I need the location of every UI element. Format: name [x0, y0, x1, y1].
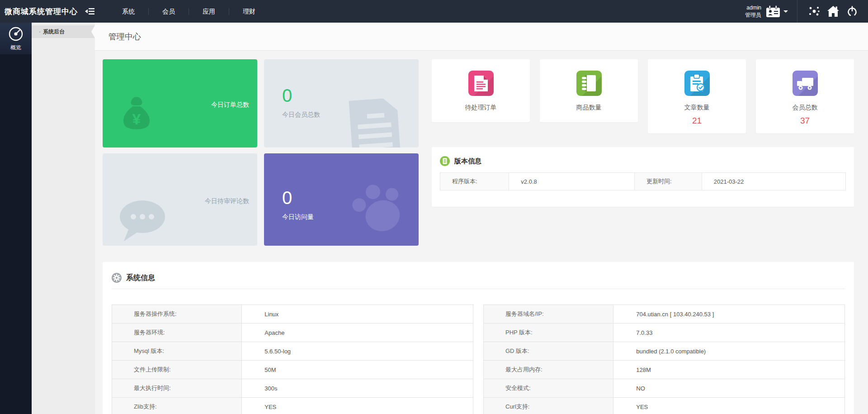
gear-icon: [112, 273, 122, 283]
system-table-right: 服务器域名/IP: 704.utian.cn [ 103.40.240.53 ]…: [483, 305, 845, 414]
quick-card-label: 商品数量: [576, 104, 602, 112]
menu-item-finance[interactable]: 理财: [229, 0, 269, 23]
home-icon[interactable]: [824, 0, 843, 23]
page-title: 管理中心: [95, 31, 141, 42]
notebook-icon: [580, 74, 598, 92]
version-info-panel: 版本信息 程序版本: v2.0.8 更新时间: 2021-03-22: [432, 147, 854, 207]
system-panel-title: 系统信息: [126, 273, 155, 283]
quick-card-product-count[interactable]: 商品数量: [540, 59, 638, 122]
page-header: 管理中心: [95, 23, 868, 51]
stat-card-orders-today[interactable]: ¥ 今日订单总数: [103, 59, 257, 148]
icon-sidebar: 概览: [0, 23, 32, 414]
row-value: Apache: [242, 324, 473, 342]
subsidebar-item-label: 系统后台: [43, 28, 65, 36]
stat-cards-grid: ¥ 今日订单总数 0 今日会员总数: [103, 59, 419, 246]
stat-card-value: 0: [282, 188, 314, 208]
sidebar-item-overview[interactable]: 概览: [0, 23, 32, 54]
row-label: Curl支持:: [484, 398, 613, 414]
table-row: PHP 版本: 7.0.33: [483, 324, 845, 342]
row-value: YES: [613, 398, 844, 414]
row-label: GD 版本:: [484, 342, 613, 360]
stat-card-label: 今日访问量: [282, 213, 314, 221]
version-table: 程序版本: v2.0.8 更新时间: 2021-03-22: [440, 172, 846, 190]
money-bag-icon: ¥: [119, 94, 154, 133]
row-value: 7.0.33: [613, 324, 844, 342]
subsidebar-item-system-backend[interactable]: · 系统后台: [32, 25, 95, 38]
version-label: 程序版本:: [440, 173, 509, 190]
sub-sidebar: · 系统后台: [32, 23, 95, 414]
row-value: 5.6.50-log: [242, 342, 473, 360]
power-icon[interactable]: [843, 0, 862, 23]
table-row: GD 版本: bundled (2.1.0 compatible): [483, 342, 845, 361]
version-value: v2.0.8: [509, 173, 635, 190]
menu-item-system[interactable]: 系统: [108, 0, 148, 23]
row-value: 128M: [613, 361, 844, 379]
quick-card-pending-orders[interactable]: 待处理订单: [432, 59, 530, 122]
top-navbar: 微商城系统管理中心 系统 会员 应用 理财 admin 管理员: [0, 0, 868, 23]
quick-card-label: 会员总数: [793, 104, 818, 112]
document-icon: [346, 97, 404, 148]
navbar-right: admin 管理员: [745, 0, 868, 23]
quick-card-article-count[interactable]: 文章数量 21: [648, 59, 746, 133]
row-label: 文件上传限制:: [112, 361, 242, 379]
table-row: 服务器操作系统: Linux: [112, 305, 473, 324]
row-value: 704.utian.cn [ 103.40.240.53 ]: [613, 305, 844, 323]
version-panel-title: 版本信息: [454, 157, 481, 166]
row-value: 50M: [242, 361, 473, 379]
stat-card-value: 0: [282, 86, 320, 105]
user-role: 管理员: [745, 11, 761, 19]
quick-cards-row: 待处理订单 商: [432, 59, 854, 133]
row-label: 最大占用内存:: [484, 361, 613, 379]
row-label: PHP 版本:: [484, 324, 613, 342]
quick-card-value: 37: [800, 116, 810, 126]
row-value: YES: [242, 398, 473, 414]
quick-card-label: 待处理订单: [465, 104, 497, 112]
stat-card-label: 今日待审评论数: [205, 197, 249, 205]
share-network-icon[interactable]: [805, 0, 824, 23]
stat-card-visits-today[interactable]: 0 今日访问量: [264, 153, 419, 246]
row-label: 服务器环境:: [112, 324, 242, 342]
menu-item-member[interactable]: 会员: [149, 0, 189, 23]
row-label: 服务器操作系统:: [112, 305, 242, 323]
gauge-icon: [8, 26, 24, 42]
stat-card-pending-comments-today[interactable]: 今日待审评论数: [103, 153, 257, 246]
row-label: 服务器域名/IP:: [484, 305, 613, 323]
menu-fold-icon[interactable]: [85, 7, 96, 16]
row-value: NO: [613, 379, 844, 397]
table-row: Mysql 版本: 5.6.50-log: [112, 342, 473, 361]
id-card-icon[interactable]: [766, 5, 780, 18]
app-title: 微商城系统管理中心: [5, 6, 82, 17]
update-time-label: 更新时间:: [635, 173, 702, 190]
top-menu: 系统 会员 应用 理财: [108, 0, 269, 23]
table-row: 服务器域名/IP: 704.utian.cn [ 103.40.240.53 ]: [483, 305, 845, 324]
table-row: 服务器环境: Apache: [112, 324, 473, 342]
row-value: bundled (2.1.0 compatible): [613, 342, 844, 360]
version-doc-icon: [440, 156, 450, 166]
system-info-panel: 系统信息 服务器操作系统: Linux 服务器环境: Apache Mysql …: [103, 262, 854, 414]
table-row: Zlib支持: YES: [112, 398, 473, 414]
stat-card-label: 今日订单总数: [211, 101, 249, 109]
update-time-value: 2021-03-22: [702, 173, 845, 190]
row-label: 安全模式:: [484, 379, 613, 397]
arrow-notch: [91, 25, 95, 38]
order-document-icon: [474, 76, 488, 91]
bullet: ·: [39, 29, 41, 35]
quick-card-member-total[interactable]: 会员总数 37: [756, 59, 854, 133]
row-label: 最大执行时间:: [112, 379, 242, 397]
stat-card-label: 今日会员总数: [282, 111, 320, 119]
table-row: 安全模式: NO: [483, 379, 845, 398]
sidebar-item-label: 概览: [10, 44, 21, 52]
menu-item-app[interactable]: 应用: [189, 0, 229, 23]
stat-card-members-today[interactable]: 0 今日会员总数: [264, 59, 419, 148]
quick-card-value: 21: [692, 116, 702, 126]
system-table-left: 服务器操作系统: Linux 服务器环境: Apache Mysql 版本: 5…: [112, 305, 473, 414]
paw-icon: [342, 171, 413, 243]
table-row: 文件上传限制: 50M: [112, 361, 473, 379]
user-name: admin: [745, 4, 761, 11]
chevron-down-icon[interactable]: [783, 10, 788, 13]
user-info: admin 管理员: [745, 4, 761, 19]
row-value: Linux: [242, 305, 473, 323]
navbar-divider: [797, 0, 797, 23]
row-label: Mysql 版本:: [112, 342, 242, 360]
main-content: 管理中心 ¥ 今日订单总数 0 今日会员总数: [95, 0, 868, 414]
